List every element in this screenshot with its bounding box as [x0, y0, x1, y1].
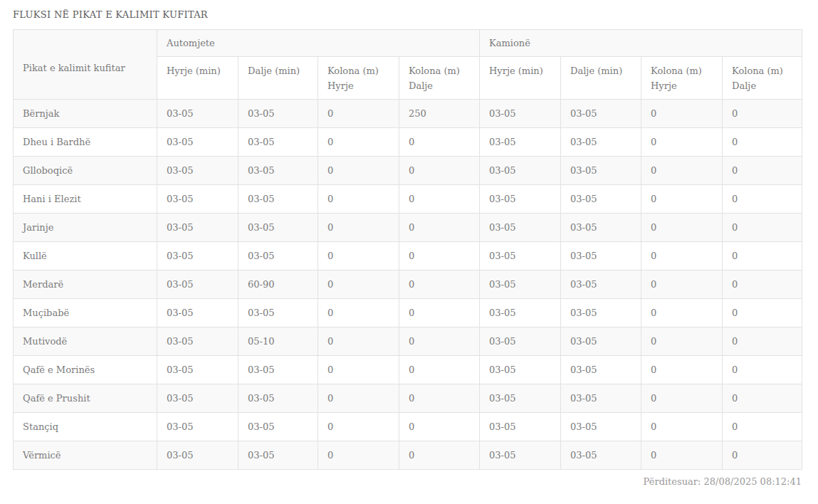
- column-header-crossing-points: Pikat e kalimit kufitar: [14, 30, 157, 100]
- cell: 60-90: [238, 271, 318, 299]
- cell: 03-05: [561, 157, 641, 185]
- cell: 0: [399, 299, 480, 327]
- page: FLUKSI NË PIKAT E KALIMIT KUFITAR Pikat …: [0, 0, 818, 504]
- table-row: Glloboqicë 03-05 03-05 0 0 03-05 03-05 0…: [14, 157, 802, 185]
- cell: 0: [318, 384, 399, 413]
- column-header-dalje-min-kamion: Dalje (min): [561, 57, 641, 100]
- cell: 0: [641, 299, 723, 327]
- cell: 03-05: [480, 128, 561, 157]
- column-header-kolona-dalje-auto: Kolona (m) Dalje: [399, 57, 480, 100]
- cell: 03-05: [238, 185, 318, 214]
- cell: 0: [723, 157, 802, 185]
- cell: 0: [723, 214, 802, 242]
- cell: 03-05: [561, 271, 641, 299]
- row-label: Qafë e Prushit: [14, 384, 157, 413]
- row-label: Muçibabë: [14, 299, 157, 327]
- cell: 0: [399, 185, 480, 214]
- row-label: Hani i Elezit: [14, 185, 157, 214]
- cell: 03-05: [561, 128, 641, 157]
- cell: 03-05: [157, 214, 238, 242]
- table-row: Bërnjak 03-05 03-05 0 250 03-05 03-05 0 …: [14, 100, 802, 128]
- cell: 03-05: [238, 128, 318, 157]
- cell: 0: [318, 185, 399, 214]
- table-row: Jarinje 03-05 03-05 0 0 03-05 03-05 0 0: [14, 214, 802, 242]
- cell: 0: [399, 128, 480, 157]
- cell: 0: [318, 413, 399, 441]
- cell: 0: [641, 185, 723, 214]
- cell: 0: [399, 214, 480, 242]
- cell: 0: [399, 356, 480, 384]
- table-row: Vërmicë 03-05 03-05 0 0 03-05 03-05 0 0: [14, 441, 802, 470]
- cell: 0: [399, 271, 480, 299]
- cell: 0: [318, 299, 399, 327]
- cell: 0: [641, 100, 723, 128]
- last-updated-timestamp: Përditesuar: 28/08/2025 08:12:41: [13, 476, 802, 487]
- column-header-hyrje-min-kamion: Hyrje (min): [480, 57, 561, 100]
- cell: 0: [318, 214, 399, 242]
- cell: 03-05: [157, 128, 238, 157]
- cell: 0: [641, 128, 723, 157]
- cell: 03-05: [157, 299, 238, 327]
- cell: 0: [399, 242, 480, 271]
- cell: 03-05: [561, 441, 641, 470]
- cell: 03-05: [561, 356, 641, 384]
- table-row: Hani i Elezit 03-05 03-05 0 0 03-05 03-0…: [14, 185, 802, 214]
- cell: 03-05: [157, 384, 238, 413]
- cell: 03-05: [480, 214, 561, 242]
- row-label: Qafë e Morinës: [14, 356, 157, 384]
- cell: 03-05: [238, 441, 318, 470]
- cell: 03-05: [480, 271, 561, 299]
- cell: 03-05: [238, 100, 318, 128]
- cell: 03-05: [238, 299, 318, 327]
- row-label: Stançiq: [14, 413, 157, 441]
- cell: 03-05: [561, 100, 641, 128]
- cell: 03-05: [238, 157, 318, 185]
- column-group-kamione: Kamionë: [480, 30, 802, 57]
- cell: 0: [723, 327, 802, 356]
- cell: 03-05: [561, 384, 641, 413]
- cell: 0: [723, 299, 802, 327]
- cell: 0: [318, 128, 399, 157]
- cell: 0: [318, 271, 399, 299]
- cell: 0: [641, 441, 723, 470]
- column-header-kolona-dalje-kamion: Kolona (m) Dalje: [723, 57, 802, 100]
- cell: 0: [641, 384, 723, 413]
- cell: 03-05: [157, 413, 238, 441]
- cell: 0: [723, 413, 802, 441]
- cell: 0: [723, 356, 802, 384]
- cell: 03-05: [561, 413, 641, 441]
- cell: 0: [318, 356, 399, 384]
- cell: 05-10: [238, 327, 318, 356]
- row-label: Jarinje: [14, 214, 157, 242]
- cell: 0: [641, 242, 723, 271]
- cell: 03-05: [157, 327, 238, 356]
- cell: 0: [399, 441, 480, 470]
- row-label: Mutivodë: [14, 327, 157, 356]
- column-header-kolona-hyrje-auto: Kolona (m) Hyrje: [318, 57, 399, 100]
- cell: 0: [641, 327, 723, 356]
- cell: 03-05: [480, 356, 561, 384]
- cell: 0: [399, 413, 480, 441]
- row-label: Glloboqicë: [14, 157, 157, 185]
- cell: 0: [723, 441, 802, 470]
- row-label: Bërnjak: [14, 100, 157, 128]
- row-label: Kullë: [14, 242, 157, 271]
- cell: 0: [723, 384, 802, 413]
- table-row: Stançiq 03-05 03-05 0 0 03-05 03-05 0 0: [14, 413, 802, 441]
- cell: 03-05: [157, 356, 238, 384]
- column-header-dalje-min-auto: Dalje (min): [238, 57, 318, 100]
- cell: 03-05: [480, 100, 561, 128]
- cell: 03-05: [561, 185, 641, 214]
- table-group-header-row: Pikat e kalimit kufitar Automjete Kamion…: [14, 30, 802, 57]
- cell: 03-05: [561, 299, 641, 327]
- cell: 03-05: [480, 441, 561, 470]
- cell: 03-05: [238, 413, 318, 441]
- cell: 0: [399, 384, 480, 413]
- cell: 03-05: [238, 356, 318, 384]
- table-row: Dheu i Bardhë 03-05 03-05 0 0 03-05 03-0…: [14, 128, 802, 157]
- row-label: Merdarë: [14, 271, 157, 299]
- cell: 03-05: [480, 157, 561, 185]
- cell: 03-05: [157, 271, 238, 299]
- cell: 0: [641, 413, 723, 441]
- cell: 03-05: [561, 242, 641, 271]
